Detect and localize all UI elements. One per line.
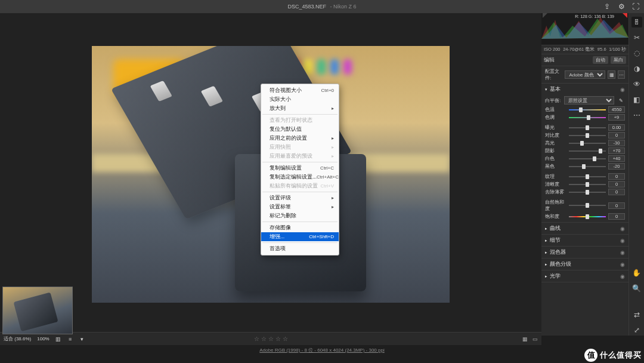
menu-set-rating[interactable]: 设置评级 (261, 193, 339, 202)
menu-paste-settings: 粘贴所有编辑的设置Ctrl+V (261, 182, 339, 190)
fullscreen-icon[interactable]: ⛶ (631, 2, 640, 11)
share-icon[interactable]: ⇪ (602, 2, 612, 11)
tool-rail: 🎚 ✂ ◌ ◑ 👁 ◧ ⋯ ✋ 🔍 ⇄ ⤢ (628, 13, 644, 336)
dehaze-slider[interactable]: 去除薄雾0 (541, 188, 628, 196)
fit-dropdown[interactable]: 适合 (38.6%) (4, 336, 31, 342)
filmstrip-thumb[interactable] (2, 287, 73, 334)
canvas-area[interactable]: 符合视图大小Ctrl+0 实际大小 放大到 查看为打开时状态 复位为默认值 应用… (0, 13, 541, 336)
menu-set-label[interactable]: 设置标签 (261, 202, 339, 211)
menu-copy-selected[interactable]: 复制选定编辑设置...Ctrl+Alt+C (261, 173, 339, 182)
mask-tool-icon[interactable]: ◑ (631, 63, 642, 74)
highlights-slider[interactable]: 高光-30 (541, 139, 628, 147)
contrast-slider[interactable]: 对比度0 (541, 131, 628, 139)
vibrance-slider[interactable]: 自然饱和度0 (541, 198, 628, 213)
filmstrip-toggle-icon[interactable]: ▭ (532, 336, 538, 342)
sort-icon[interactable]: ▾ (78, 335, 86, 343)
topbar-actions: ⇪ ⚙ ⛶ (602, 2, 640, 11)
wb-picker-icon[interactable]: ✎ (617, 96, 625, 104)
zoom-tool-icon[interactable]: 🔍 (631, 283, 642, 294)
basic-section: ▾基本◉ 白平衡: 原照设置 ✎ 色温4550 色调+9 曝光0.00 对比度0… (541, 84, 628, 223)
expand-tool-icon[interactable]: ⤢ (631, 325, 642, 336)
profile-grid-icon[interactable]: ▦ (608, 70, 615, 79)
menu-separator (262, 162, 338, 162)
colorgrade-header[interactable]: ▸颜色分级◉ (541, 259, 628, 270)
canvas-toolbar: 适合 (38.6%) 100% ▥ ≡ ▾ ☆☆☆☆☆ ▦ ▭ (0, 332, 541, 345)
rating-stars[interactable]: ☆☆☆☆☆ (254, 336, 288, 342)
curve-header[interactable]: ▸曲线◉ (541, 223, 628, 235)
optics-header[interactable]: ▸光学◉ (541, 270, 628, 282)
star-icon: ☆ (268, 336, 274, 342)
exposure-slider[interactable]: 曝光0.00 (541, 124, 628, 131)
menu-view-as-shot: 查看为打开时状态 (261, 116, 339, 125)
wb-row: 白平衡: 原照设置 ✎ (541, 95, 628, 106)
document-title: DSC_4583.NEF - Nikon Z 6 (287, 4, 356, 10)
blacks-slider[interactable]: 黑色-20 (541, 162, 628, 170)
menu-apply-preset: 应用最喜爱的预设 (261, 152, 339, 161)
menu-zoom-to[interactable]: 放大到 (261, 104, 339, 113)
exif-iso: ISO 200 (544, 47, 561, 53)
watermark-icon: 值 (584, 349, 597, 362)
zoom-dropdown[interactable]: 100% (37, 336, 49, 342)
eye-icon: ◉ (620, 273, 625, 279)
basic-header[interactable]: ▾基本◉ (541, 84, 628, 95)
eye-icon: ◉ (620, 238, 625, 244)
menu-fit-view[interactable]: 符合视图大小Ctrl+0 (261, 86, 339, 95)
hand-tool-icon[interactable]: ✋ (631, 267, 642, 278)
edit-tool-icon[interactable]: 🎚 (631, 17, 642, 27)
wb-select[interactable]: 原照设置 (564, 96, 614, 104)
redeye-tool-icon[interactable]: 👁 (631, 79, 642, 90)
temp-slider[interactable]: 色温4550 (541, 106, 628, 113)
file-info[interactable]: Adobe RGB (1998) - 8 位 - 6048 x 4024 (24… (259, 347, 384, 353)
camera-model: - Nikon Z 6 (330, 4, 357, 10)
toggle-tool-icon[interactable]: ⇄ (631, 309, 642, 320)
menu-separator (262, 222, 338, 222)
menu-copy-settings[interactable]: 复制编辑设置Ctrl+C (261, 164, 339, 173)
detail-header[interactable]: ▸细节◉ (541, 235, 628, 247)
menu-save-image[interactable]: 存储图像 (261, 223, 339, 232)
star-icon: ☆ (283, 336, 288, 342)
grid-view-icon[interactable]: ▦ (522, 336, 528, 342)
bw-button[interactable]: 黑白 (611, 56, 626, 64)
colormix-header[interactable]: ▸混色器◉ (541, 247, 628, 259)
menu-reset-default[interactable]: 复位为默认值 (261, 125, 339, 134)
menu-separator (262, 242, 338, 243)
menu-enhance[interactable]: 增强...Ctrl+Shft+D (261, 232, 339, 241)
more-tool-icon[interactable]: ⋯ (631, 110, 642, 121)
eye-icon: ◉ (620, 262, 625, 267)
star-icon: ☆ (261, 336, 267, 342)
watermark-text: 什么值得买 (600, 350, 642, 361)
exif-aperture: f/5.6 (597, 47, 606, 53)
menu-separator (262, 192, 338, 192)
profile-row: 配置文件: Adobe 颜色 ▦ ⋯ (541, 66, 628, 84)
main-area: 符合视图大小Ctrl+0 实际大小 放大到 查看为打开时状态 复位为默认值 应用… (0, 13, 644, 336)
menu-apply-previous[interactable]: 应用之前的设置 (261, 134, 339, 143)
auto-button[interactable]: 自动 (593, 56, 608, 64)
texture-slider[interactable]: 纹理0 (541, 173, 628, 180)
shadows-slider[interactable]: 阴影+70 (541, 147, 628, 155)
context-menu: 符合视图大小Ctrl+0 实际大小 放大到 查看为打开时状态 复位为默认值 应用… (261, 84, 339, 256)
crop-tool-icon[interactable]: ✂ (631, 32, 642, 43)
exif-row: ISO 200 24-70@61 毫米 f/5.6 1/100 秒 (541, 45, 628, 54)
edit-header: 编辑 自动 黑白 (541, 54, 628, 66)
adjustments-panel: R: 128 G: 136 B: 139 ISO 200 24-70@61 毫米… (541, 13, 628, 336)
exif-shutter: 1/100 秒 (609, 47, 626, 53)
tint-slider[interactable]: 色调+9 (541, 113, 628, 121)
preset-tool-icon[interactable]: ◧ (631, 94, 642, 105)
heal-tool-icon[interactable]: ◌ (631, 48, 642, 59)
settings-gear-icon[interactable]: ⚙ (617, 2, 626, 11)
filter-icon[interactable]: ≡ (66, 335, 75, 343)
menu-preferences[interactable]: 首选项 (261, 244, 339, 253)
profile-more-icon[interactable]: ⋯ (618, 70, 625, 79)
thumbnail[interactable] (2, 287, 73, 334)
profile-label: 配置文件: (545, 68, 562, 81)
menu-actual-size[interactable]: 实际大小 (261, 95, 339, 104)
watermark: 值 什么值得买 (584, 349, 642, 362)
eye-icon[interactable]: ◉ (620, 87, 625, 93)
histogram[interactable]: R: 128 G: 136 B: 139 (541, 13, 628, 45)
whites-slider[interactable]: 白色+40 (541, 155, 628, 162)
compare-icon[interactable]: ▥ (54, 335, 63, 343)
saturation-slider[interactable]: 饱和度0 (541, 213, 628, 220)
profile-select[interactable]: Adobe 颜色 (565, 70, 605, 79)
menu-mark-delete[interactable]: 标记为删除 (261, 211, 339, 220)
clarity-slider[interactable]: 清晰度0 (541, 180, 628, 188)
